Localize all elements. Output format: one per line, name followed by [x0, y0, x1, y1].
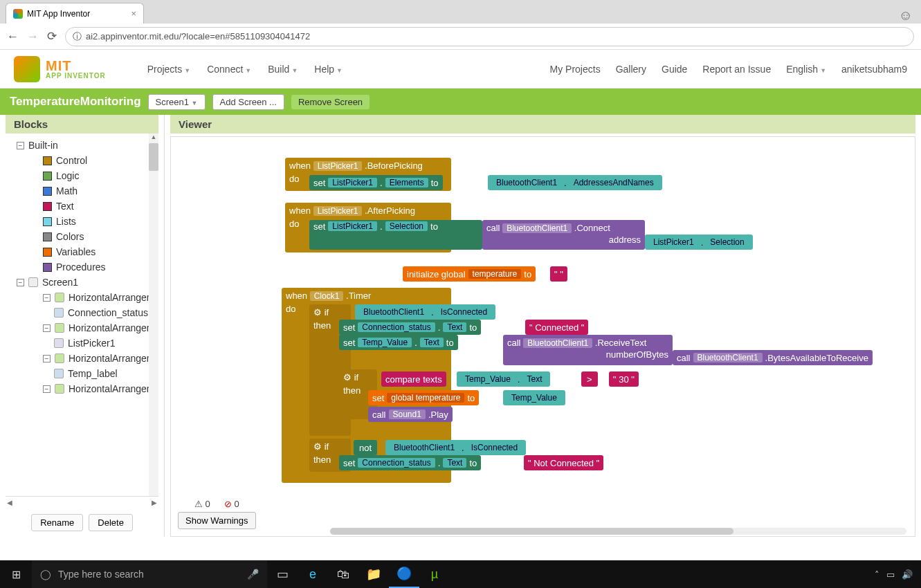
- browser-tab[interactable]: MIT App Inventor ×: [6, 3, 144, 24]
- url-input[interactable]: ⓘ ai2.appinventor.mit.edu/?locale=en#585…: [65, 27, 914, 46]
- reload-icon[interactable]: ⟳: [47, 29, 57, 44]
- logo-icon: [14, 56, 40, 82]
- menu-projects[interactable]: Projects▼: [147, 64, 191, 75]
- menu-help[interactable]: Help▼: [314, 64, 343, 75]
- cat-logic[interactable]: Logic: [6, 168, 158, 183]
- block-set-connstatus-connected[interactable]: setConnection_status.Textto: [339, 320, 481, 335]
- logo[interactable]: MIT APP INVENTOR: [14, 56, 106, 82]
- chrome-icon[interactable]: 🔵: [389, 560, 419, 588]
- block-text-connected[interactable]: " Connected ": [525, 320, 588, 335]
- cat-variables[interactable]: Variables: [6, 244, 158, 259]
- tree-screen1[interactable]: −Screen1: [6, 275, 158, 290]
- project-bar: TemperatureMonitoring Screen1 ▼ Add Scre…: [0, 89, 921, 115]
- logo-sub: APP INVENTOR: [46, 73, 106, 80]
- menu-gallery[interactable]: Gallery: [616, 64, 646, 75]
- tree-harr-0[interactable]: −HorizontalArrangemen: [6, 290, 158, 305]
- block-set-elements[interactable]: setListPicker1.Elementsto: [309, 175, 443, 190]
- block-init-global[interactable]: initialize globaltemperatureto: [403, 266, 536, 282]
- tree-harr-3[interactable]: −HorizontalArrangemen: [6, 381, 158, 396]
- tree-harr-2[interactable]: −HorizontalArrangemen: [6, 351, 158, 366]
- blocks-canvas[interactable]: when ListPicker1 .BeforePicking do setLi…: [170, 136, 915, 537]
- error-icon: ⊘ 0: [224, 499, 239, 509]
- add-screen-button[interactable]: Add Screen ...: [212, 94, 284, 110]
- rename-button[interactable]: Rename: [31, 514, 83, 531]
- logo-main: MIT: [46, 59, 106, 73]
- cat-procedures[interactable]: Procedures: [6, 259, 158, 275]
- tray-chevron-icon[interactable]: ˄: [875, 569, 879, 580]
- block-call-receivetext[interactable]: call BluetoothClient1 .ReceiveText numbe…: [503, 335, 673, 365]
- windows-taskbar: ⊞ ◯ Type here to search 🎤 ▭ e 🛍 📁 🔵 µ ˄ …: [0, 560, 921, 588]
- block-compare-op[interactable]: >: [581, 371, 598, 387]
- delete-button[interactable]: Delete: [89, 514, 133, 531]
- app-header: MIT APP INVENTOR Projects▼ Connect▼ Buil…: [0, 50, 921, 89]
- project-title: TemperatureMonitoring: [10, 95, 141, 109]
- menu-left: Projects▼ Connect▼ Build▼ Help▼: [147, 64, 343, 75]
- block-set-selection[interactable]: setListPicker1.Selectionto: [309, 220, 482, 250]
- block-bt-isconnected[interactable]: BluetoothClient1.IsConnected: [355, 304, 495, 320]
- browser-tab-strip: MIT App Inventor × ☺: [0, 0, 921, 24]
- warnings-area: ⚠ 0 ⊘ 0 Show Warnings: [178, 499, 256, 529]
- block-init-value[interactable]: " ": [550, 266, 567, 282]
- tree-harr-1[interactable]: −HorizontalArrangemen: [6, 320, 158, 336]
- block-set-global-temp[interactable]: setglobal temperatureto: [368, 390, 479, 405]
- menu-language[interactable]: English▼: [786, 64, 826, 75]
- cat-control[interactable]: Control: [6, 153, 158, 168]
- menu-right: My Projects Gallery Guide Report an Issu…: [550, 64, 907, 75]
- block-bt-addresses[interactable]: BluetoothClient1.AddressesAndNames: [488, 175, 662, 190]
- block-set-tempvalue[interactable]: setTemp_Value.Textto: [339, 335, 458, 350]
- tab-title: MIT App Inventor: [27, 9, 90, 19]
- menu-build[interactable]: Build▼: [268, 64, 298, 75]
- tree-connection-status[interactable]: Connection_status: [6, 305, 158, 320]
- show-warnings-button[interactable]: Show Warnings: [178, 512, 256, 529]
- viewer-panel: Viewer when ListPicker1 .BeforePicking d…: [165, 115, 921, 537]
- tray-volume-icon[interactable]: 🔊: [902, 569, 913, 580]
- utorrent-icon[interactable]: µ: [419, 560, 450, 588]
- block-text-30[interactable]: " 30 ": [609, 371, 639, 387]
- cat-colors[interactable]: Colors: [6, 229, 158, 244]
- block-not[interactable]: not: [354, 440, 377, 455]
- cat-math[interactable]: Math: [6, 183, 158, 199]
- canvas-hscroll[interactable]: [330, 528, 906, 535]
- block-call-connect[interactable]: call BluetoothClient1 .Connect address: [482, 220, 645, 250]
- sidebar-vscroll[interactable]: ▲: [149, 134, 158, 496]
- menu-guide[interactable]: Guide: [662, 64, 687, 75]
- menu-connect[interactable]: Connect▼: [207, 64, 251, 75]
- block-tempvalue-getter[interactable]: Temp_Value: [503, 390, 565, 405]
- tree-builtin[interactable]: −Built-in: [6, 138, 158, 153]
- cat-text[interactable]: Text: [6, 199, 158, 214]
- block-listpicker-selection[interactable]: ListPicker1.Selection: [645, 235, 753, 250]
- blocks-panel-title: Blocks: [6, 115, 158, 134]
- block-bt-isconnected2[interactable]: BluetoothClient1.IsConnected: [385, 440, 526, 455]
- sidebar-hscroll[interactable]: ◀▶: [6, 496, 158, 508]
- blocks-sidebar: Blocks −Built-in Control Logic Math Text…: [0, 115, 165, 537]
- explorer-icon[interactable]: 📁: [358, 560, 389, 588]
- viewer-panel-title: Viewer: [170, 115, 915, 134]
- block-call-sound-play[interactable]: call Sound1 .Play: [368, 407, 453, 422]
- mic-icon[interactable]: 🎤: [247, 569, 259, 580]
- block-set-connstatus-not[interactable]: setConnection_status.Textto: [339, 455, 481, 470]
- task-view-icon[interactable]: ▭: [267, 560, 298, 588]
- cortana-icon: ◯: [40, 569, 51, 580]
- url-text: ai2.appinventor.mit.edu/?locale=en#58511…: [86, 31, 310, 42]
- tree-temp-label[interactable]: Temp_label: [6, 366, 158, 381]
- taskbar-search[interactable]: ◯ Type here to search 🎤: [32, 560, 267, 588]
- back-icon[interactable]: ←: [7, 30, 19, 44]
- close-icon[interactable]: ×: [131, 8, 136, 19]
- tray-battery-icon[interactable]: ▭: [886, 569, 895, 580]
- search-placeholder: Type here to search: [58, 569, 144, 580]
- menu-report[interactable]: Report an Issue: [702, 64, 771, 75]
- store-icon[interactable]: 🛍: [328, 560, 358, 588]
- block-compare-texts[interactable]: compare texts: [381, 371, 446, 387]
- block-text-notconnected[interactable]: " Not Connected ": [524, 455, 603, 470]
- user-icon[interactable]: ☺: [899, 8, 913, 24]
- tree-listpicker1[interactable]: ListPicker1: [6, 336, 158, 351]
- start-button[interactable]: ⊞: [0, 560, 32, 588]
- block-call-bytesavailable[interactable]: call BluetoothClient1 .BytesAvailableToR…: [673, 350, 873, 365]
- block-tempvalue-text[interactable]: Temp_Value.Text: [457, 371, 550, 387]
- cat-lists[interactable]: Lists: [6, 214, 158, 229]
- remove-screen-button[interactable]: Remove Screen: [291, 95, 370, 109]
- screen-select-button[interactable]: Screen1 ▼: [148, 94, 206, 110]
- menu-my-projects[interactable]: My Projects: [550, 64, 601, 75]
- menu-account[interactable]: aniketsubham9: [841, 64, 907, 75]
- edge-icon[interactable]: e: [298, 560, 328, 588]
